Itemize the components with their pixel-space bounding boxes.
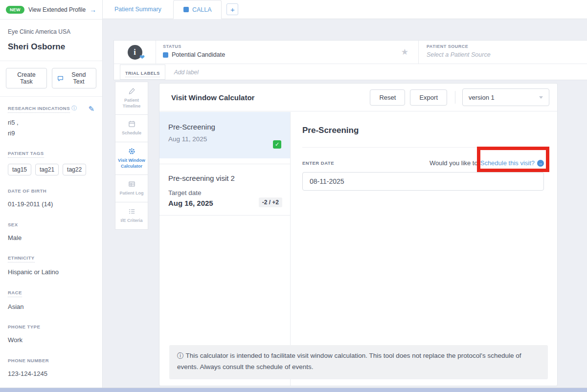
visit-date-input[interactable]: [302, 172, 544, 191]
visit-item-pre-screening[interactable]: Pre-Screening Aug 11, 2025 ✓: [159, 112, 290, 158]
field-value: 01-19-2011 (14): [8, 199, 94, 209]
nav-tab-label: Visit Window Calculator: [117, 158, 146, 169]
reset-button[interactable]: Reset: [370, 89, 405, 106]
research-indication-value: ri9: [8, 129, 94, 138]
field-label: DATE OF BIRTH: [8, 188, 46, 194]
tab-calla[interactable]: CALLA: [173, 0, 222, 19]
patient-avatar-cell: i ❤: [114, 41, 156, 64]
export-button[interactable]: Export: [410, 89, 447, 106]
patient-source-placeholder: Select a Patient Source: [427, 51, 579, 58]
visit-name: Pre-Screening: [168, 123, 281, 131]
field-sex: SEX Male: [8, 209, 94, 243]
nav-tab-visit-window-calculator[interactable]: Visit Window Calculator: [115, 142, 148, 175]
send-text-button[interactable]: Send Text: [52, 68, 96, 88]
patient-tag: tag15: [8, 164, 31, 175]
arrow-right-circle-icon: →: [537, 160, 544, 167]
table-icon: [128, 180, 135, 188]
field-label: PHONE TYPE: [8, 324, 40, 329]
detail-divider: [302, 147, 544, 148]
info-icon[interactable]: ⓘ: [71, 105, 77, 111]
nav-tab-patient-timeline[interactable]: Patient Timeline: [115, 82, 148, 115]
field-label: ETHNICITY: [8, 255, 35, 262]
calculator-title: Visit Window Calculator: [171, 93, 365, 102]
enter-date-row: ENTER DATE Would you like to Schedule th…: [302, 159, 544, 167]
status-value: Potential Candidate: [172, 51, 225, 58]
visit-name: Pre-screening visit 2: [168, 174, 281, 182]
field-phone-number: PHONE NUMBER 123-124-1245: [8, 345, 94, 379]
patient-name: Sheri Osborne: [0, 35, 102, 61]
pencil-icon: [128, 87, 135, 95]
research-indications-label: RESEARCH INDICATIONS: [8, 106, 70, 113]
status-square-icon: [163, 52, 168, 58]
patient-tag: tag21: [35, 164, 59, 175]
nav-tab-schedule[interactable]: Schedule: [115, 114, 148, 142]
research-indication-value: ri5 ,: [8, 118, 94, 128]
status-row: i ❤ STATUS Potential Candidate ★ PATIENT…: [114, 41, 587, 64]
field-ethnicity: ETHNICITY Hispanic or Latino: [8, 242, 94, 277]
calculator-body: Pre-Screening Aug 11, 2025 ✓ Pre-screeni…: [159, 112, 557, 386]
field-phone-type: PHONE TYPE Work: [8, 311, 94, 345]
add-label-input[interactable]: Add label: [174, 69, 199, 76]
info-icon: ⓘ: [177, 352, 184, 359]
tab-patient-summary[interactable]: Patient Summary: [103, 0, 173, 19]
field-value: Male: [8, 233, 94, 243]
schedule-visit-link[interactable]: Schedule this visit? →: [480, 159, 544, 167]
visit-window-calculator-card: Visit Window Calculator Reset Export ver…: [159, 83, 558, 386]
trial-square-icon: [183, 7, 189, 12]
patient-tags-row: tag15 tag21 tag22: [8, 164, 94, 175]
patient-tag: tag22: [63, 164, 86, 175]
gear-icon: [128, 148, 135, 155]
chevron-down-icon: [539, 96, 543, 99]
patient-source-label: PATIENT SOURCE: [427, 44, 579, 49]
view-extended-profile-label: View Extended Profile: [28, 6, 86, 13]
visit-item-pre-screening-visit-2[interactable]: Pre-screening visit 2 Target date Aug 16…: [159, 164, 290, 216]
avatar-letter: i: [134, 48, 135, 57]
bottom-scrollbar[interactable]: [0, 388, 587, 392]
checkmark-icon: ✓: [275, 141, 279, 148]
clinic-name: Eye Clinic America USA: [0, 20, 102, 35]
field-value: 123-124-1245: [8, 369, 94, 379]
edit-pencil-icon[interactable]: ✎: [88, 105, 94, 113]
field-date-of-birth: DATE OF BIRTH 01-19-2011 (14): [8, 175, 94, 209]
visit-date: Aug 11, 2025: [168, 135, 281, 143]
view-extended-profile-banner[interactable]: NEW View Extended Profile →: [0, 0, 102, 20]
status-card: i ❤ STATUS Potential Candidate ★ PATIENT…: [113, 40, 587, 80]
calculator-header: Visit Window Calculator Reset Export ver…: [159, 84, 557, 111]
nav-tab-patient-log[interactable]: Patient Log: [115, 174, 148, 202]
nav-tab-ie-criteria[interactable]: I/E Criteria: [115, 202, 148, 230]
patient-source-select[interactable]: PATIENT SOURCE Select a Patient Source: [418, 41, 587, 64]
patient-tags-label: PATIENT TAGS: [8, 151, 44, 158]
calculator-disclaimer: ⓘThis calculator is intended to facilita…: [169, 345, 548, 379]
add-trial-tab-button[interactable]: +: [226, 3, 238, 15]
schedule-prompt-text: Would you like to: [429, 159, 478, 167]
enter-date-label: ENTER DATE: [302, 160, 334, 166]
new-badge: NEW: [6, 6, 24, 14]
status-select[interactable]: STATUS Potential Candidate ★: [156, 41, 418, 64]
arrow-right-icon[interactable]: →: [90, 6, 96, 14]
create-task-button[interactable]: Create Task: [6, 68, 47, 88]
plus-icon: +: [230, 5, 235, 14]
trial-labels-tab: TRIAL LABELS: [120, 65, 165, 80]
target-date-label: Target date: [168, 189, 281, 196]
trial-labels-label: TRIAL LABELS: [125, 71, 160, 77]
schedule-prompt: Would you like to Schedule this visit? →: [429, 159, 544, 167]
version-select[interactable]: version 1: [462, 88, 549, 106]
list-icon: [128, 208, 135, 215]
visit-list: Pre-Screening Aug 11, 2025 ✓ Pre-screeni…: [159, 112, 291, 386]
field-race: RACE Asian: [8, 277, 94, 312]
nav-tab-label: Schedule: [122, 131, 141, 136]
chat-icon: [57, 75, 64, 82]
tab-calla-label: CALLA: [192, 6, 212, 13]
visit-detail-panel: Pre-Screening ENTER DATE Would you like …: [291, 112, 559, 386]
field-label: PHONE NUMBER: [8, 358, 49, 363]
disclaimer-text: This calculator is intended to facilitat…: [177, 352, 521, 370]
field-label: RACE: [8, 290, 22, 297]
tab-patient-summary-label: Patient Summary: [114, 6, 161, 13]
sidebar-fields: RESEARCH INDICATIONSⓘ ✎ ri5 , ri9 PATIEN…: [0, 97, 102, 392]
visit-completed-checkbox[interactable]: ✓: [273, 140, 281, 149]
field-value: Asian: [8, 302, 94, 312]
nav-tab-label: Patient Timeline: [117, 98, 146, 109]
star-icon[interactable]: ★: [401, 47, 408, 57]
trial-labels-row: TRIAL LABELS Add label: [114, 64, 587, 80]
visit-detail-heading: Pre-Screening: [302, 126, 544, 135]
